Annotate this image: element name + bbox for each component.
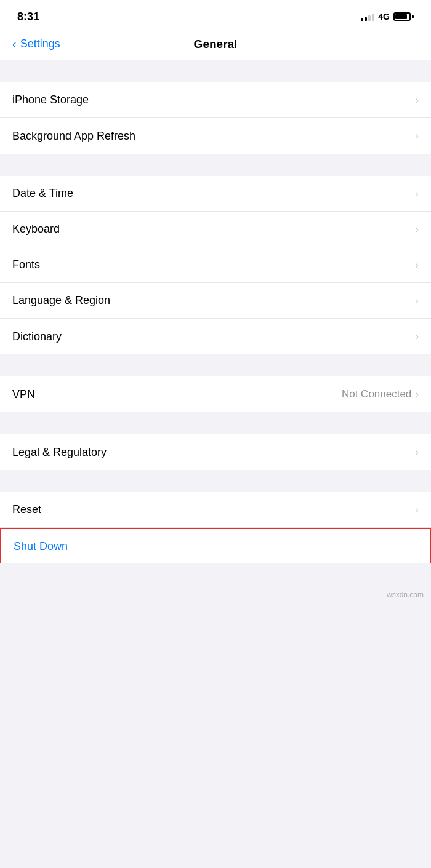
item-label-reset: Reset [12,503,41,516]
chevron-right-icon: › [415,446,419,458]
chevron-right-icon: › [415,188,419,200]
settings-item-background-app-refresh[interactable]: Background App Refresh › [0,118,431,154]
section-separator-2 [0,154,431,176]
item-label-date-time: Date & Time [12,187,73,200]
chevron-right-icon: › [415,504,419,516]
nav-bar: ‹ Settings General [0,31,431,60]
item-label-fonts: Fonts [12,258,40,271]
item-label-vpn: VPN [12,388,35,401]
section-separator-1 [0,60,431,82]
status-time: 8:31 [17,10,39,23]
item-label-keyboard: Keyboard [12,223,60,236]
item-label-dictionary: Dictionary [12,330,62,343]
settings-group-3: VPN Not Connected › [0,376,431,412]
settings-item-fonts[interactable]: Fonts › [0,247,431,283]
settings-group-5: Reset › Shut Down [0,492,431,563]
watermark: wsxdn.com [0,586,431,604]
settings-item-iphone-storage[interactable]: iPhone Storage › [0,82,431,118]
chevron-right-icon: › [415,295,419,307]
item-label-language-region: Language & Region [12,294,110,307]
settings-item-date-time[interactable]: Date & Time › [0,176,431,212]
item-value-vpn: Not Connected [342,388,411,400]
settings-group-1: iPhone Storage › Background App Refresh … [0,82,431,154]
section-separator-3 [0,354,431,376]
section-separator-bottom [0,563,431,586]
chevron-right-icon: › [415,223,419,236]
settings-item-vpn[interactable]: VPN Not Connected › [0,376,431,412]
settings-item-reset[interactable]: Reset › [0,492,431,528]
back-label: Settings [20,38,60,50]
signal-icon [361,12,374,21]
settings-item-shut-down[interactable]: Shut Down [0,528,431,563]
back-chevron-icon: ‹ [12,37,17,51]
chevron-right-icon: › [415,259,419,271]
item-label-shut-down: Shut Down [14,540,68,553]
network-type: 4G [378,12,390,22]
settings-group-2: Date & Time › Keyboard › Fonts › Languag… [0,176,431,354]
settings-item-dictionary[interactable]: Dictionary › [0,319,431,354]
back-button[interactable]: ‹ Settings [12,37,60,51]
chevron-right-icon: › [415,94,419,106]
chevron-right-icon: › [415,388,419,400]
section-separator-5 [0,470,431,492]
settings-group-4: Legal & Regulatory › [0,434,431,470]
section-separator-4 [0,412,431,434]
status-icons: 4G [361,12,414,22]
chevron-right-icon: › [415,330,419,343]
battery-icon [393,12,414,21]
settings-item-keyboard[interactable]: Keyboard › [0,212,431,247]
chevron-right-icon: › [415,130,419,142]
status-bar: 8:31 4G [0,0,431,31]
item-label-legal-regulatory: Legal & Regulatory [12,446,107,459]
item-label-iphone-storage: iPhone Storage [12,94,89,106]
item-label-background-app-refresh: Background App Refresh [12,130,135,143]
settings-item-language-region[interactable]: Language & Region › [0,283,431,319]
page-title: General [194,38,238,51]
settings-item-legal-regulatory[interactable]: Legal & Regulatory › [0,434,431,470]
